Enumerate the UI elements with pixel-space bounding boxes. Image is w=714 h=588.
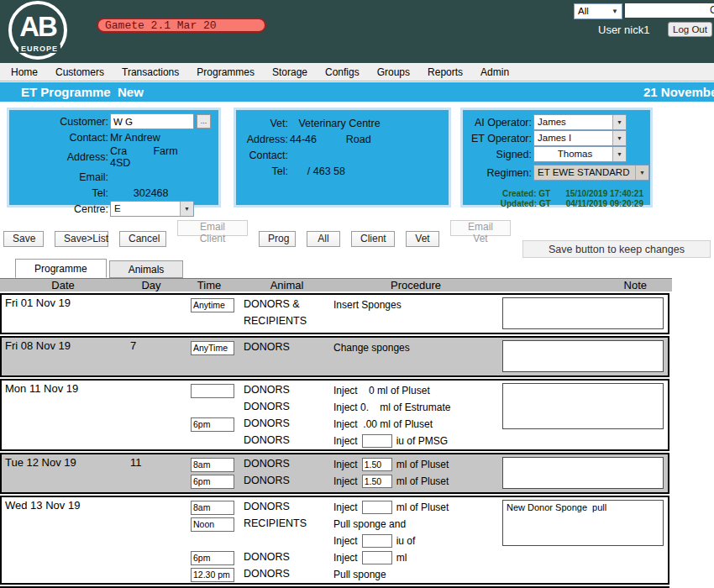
tab-animals[interactable]: Animals [109,260,184,278]
created-value: 15/10/2019 17:40:21 [565,189,643,199]
procedure-cell: Injectml [333,549,501,566]
dose-input[interactable] [362,501,392,514]
audit-block: Created: GT 15/10/2019 17:40:21 Updated:… [463,189,650,209]
time-input[interactable] [191,568,234,582]
save-list-button[interactable]: Save>List [55,231,108,247]
version-button[interactable]: Gamete 2.1 Mar 20 [97,18,266,33]
vet-tel-label: Tel: [236,165,290,177]
dose-input[interactable] [362,551,392,564]
time-input[interactable] [191,417,234,432]
et-operator-select[interactable]: James I ▼ [533,130,627,146]
column-header-date: Date [0,279,126,292]
time-input[interactable] [191,384,234,398]
note-cell [501,381,668,449]
dose-input[interactable] [362,458,392,471]
ai-operator-select[interactable]: James ▼ [533,114,627,130]
tel-label: Tel: [9,187,110,199]
chevron-down-icon: ▼ [180,202,193,216]
time-cell [178,566,244,583]
tab-programme[interactable]: Programme [15,259,107,278]
procedure-text: Change sponges [333,341,410,354]
search-input[interactable] [625,3,714,18]
contact-value: Mr Andrew [110,132,160,144]
contact-row: Contact: Mr Andrew [9,129,218,145]
dose-input[interactable] [362,434,392,448]
nav-item-customers[interactable]: Customers [51,66,108,78]
column-header-note: Note [500,279,672,292]
time-input[interactable] [191,341,234,355]
note-input[interactable] [502,340,664,372]
animal-cell: RECIPIENTS [244,313,333,330]
updated-value: 04/11/2019 09:20:29 [566,199,643,209]
nav-item-reports[interactable]: Reports [423,66,467,78]
client-button[interactable]: Client [351,231,395,247]
animal-cell [244,533,333,549]
go-button[interactable]: Go [710,4,714,16]
grid-header: DateDayTimeAnimalProcedureNote [0,278,672,291]
procedure-cell: Inject .00 ml of Pluset [333,416,501,433]
time-input[interactable] [191,551,234,565]
nav-item-home[interactable]: Home [7,66,42,78]
time-cell [178,533,244,549]
title-date: 21 November 19 [643,85,714,99]
procedure-cell: Change sponges [333,339,501,356]
email-vet-button: Email Vet [450,220,511,236]
table-row: Mon 11 Nov 19DONORSInject 0 ml of Pluset… [0,379,669,451]
customer-row: Customer: ... [9,113,218,129]
created-row: Created: GT 15/10/2019 17:40:21 [463,189,650,199]
vet-tel-value: / 463 58 [290,165,345,177]
row-line: DONORSInjectml [178,549,501,566]
animal-cell: DONORS [244,549,333,566]
procedure-cell: Injectml of Pluset [333,456,501,473]
note-input[interactable] [502,297,664,329]
regimen-select[interactable]: ET EWE STANDARD ▼ [533,165,649,181]
nav-item-groups[interactable]: Groups [373,66,414,78]
note-input[interactable] [502,457,664,489]
all-button[interactable]: All [307,231,340,247]
nav-item-programmes[interactable]: Programmes [192,66,259,78]
row-lines: DONORSInject 0 ml of PlusetDONORSInject … [178,381,501,449]
save-button[interactable]: Save [3,231,44,247]
table-row: Tue 12 Nov 1911DONORSInjectml of PlusetD… [0,453,669,494]
animal-cell: DONORS [244,382,333,399]
cancel-button[interactable]: Cancel [119,231,166,247]
procedure-text: Pull sponge [333,568,386,580]
animal-cell: DONORS [244,416,333,433]
vet-button[interactable]: Vet [406,231,439,247]
time-input[interactable] [191,517,234,532]
time-cell [178,516,244,533]
save-hint-button[interactable]: Save button to keep changes [522,240,711,258]
column-header-animal: Animal [242,279,332,292]
customer-lookup-button[interactable]: ... [197,114,211,129]
time-input[interactable] [191,475,234,489]
regimen-row: Regimen: ET EWE STANDARD ▼ [463,165,650,181]
dose-input[interactable] [362,534,392,548]
grid-rows: Fri 01 Nov 19DONORS &Insert SpongesRECIP… [0,293,672,588]
customer-input[interactable] [110,113,194,129]
nav-item-admin[interactable]: Admin [476,66,513,78]
main-nav: HomeCustomersTransactionsProgrammesStora… [0,63,714,81]
prog-button[interactable]: Prog [259,231,296,247]
nav-item-storage[interactable]: Storage [268,66,312,78]
user-label: User nick1 [598,24,649,36]
procedure-text: Insert Sponges [333,298,402,311]
time-input[interactable] [191,298,234,312]
operators-panel: AI Operator: James ▼ ET Operator: James … [460,108,653,207]
search-filter-select[interactable]: All ▼ [574,3,622,19]
address-row: Address: Cra Farm 4SD [9,145,218,169]
email-row: Email: [9,169,218,185]
nav-item-configs[interactable]: Configs [321,66,364,78]
nav-item-transactions[interactable]: Transactions [118,66,183,78]
time-input[interactable] [191,458,234,472]
centre-select[interactable]: E ▼ [110,201,194,217]
dose-input[interactable] [362,475,392,488]
procedure-unit: ml of Pluset [396,458,449,470]
table-row: Fri 01 Nov 19DONORS &Insert SpongesRECIP… [0,293,669,334]
regimen-label: Regimen: [463,167,533,179]
logout-button[interactable]: Log Out [668,22,712,37]
table-row: Wed 13 Nov 19DONORSInjectml of PlusetREC… [0,496,669,585]
time-input[interactable] [191,501,234,515]
signed-select[interactable]: Thomas ▼ [533,146,627,162]
note-input[interactable] [502,500,664,546]
note-input[interactable] [502,383,664,429]
